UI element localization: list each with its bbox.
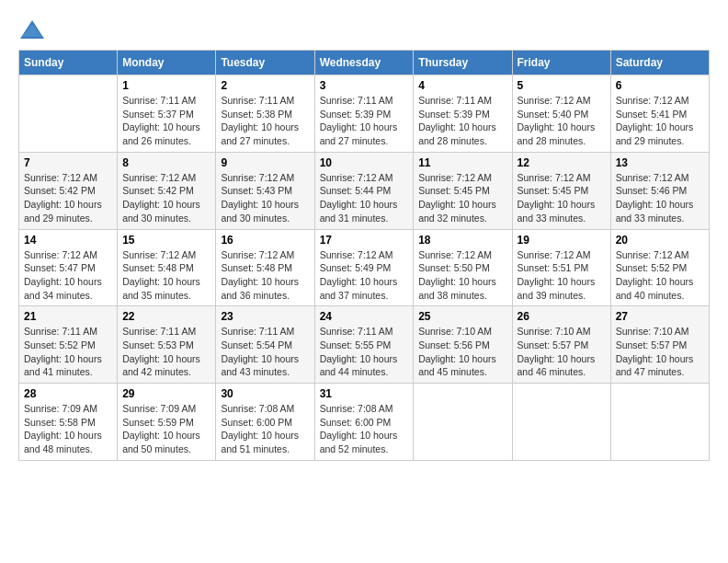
- day-cell: 25Sunrise: 7:10 AMSunset: 5:56 PMDayligh…: [414, 306, 512, 384]
- day-number: 9: [221, 156, 309, 169]
- day-cell: 12Sunrise: 7:12 AMSunset: 5:45 PMDayligh…: [512, 152, 610, 229]
- day-cell: 9Sunrise: 7:12 AMSunset: 5:43 PMDaylight…: [216, 152, 314, 229]
- day-info: Sunrise: 7:12 AMSunset: 5:45 PMDaylight:…: [418, 171, 506, 225]
- day-info: Sunrise: 7:11 AMSunset: 5:37 PMDaylight:…: [122, 94, 210, 148]
- day-cell: 23Sunrise: 7:11 AMSunset: 5:54 PMDayligh…: [216, 306, 314, 384]
- day-number: 22: [122, 310, 210, 323]
- week-row-2: 14Sunrise: 7:12 AMSunset: 5:47 PMDayligh…: [19, 229, 710, 306]
- day-number: 7: [24, 156, 112, 169]
- day-cell: 1Sunrise: 7:11 AMSunset: 5:37 PMDaylight…: [118, 75, 216, 153]
- calendar-body: 1Sunrise: 7:11 AMSunset: 5:37 PMDaylight…: [19, 75, 710, 461]
- day-info: Sunrise: 7:12 AMSunset: 5:45 PMDaylight:…: [518, 171, 606, 225]
- day-info: Sunrise: 7:11 AMSunset: 5:39 PMDaylight:…: [418, 94, 506, 148]
- day-cell: 10Sunrise: 7:12 AMSunset: 5:44 PMDayligh…: [314, 152, 414, 229]
- day-info: Sunrise: 7:12 AMSunset: 5:48 PMDaylight:…: [122, 248, 210, 303]
- day-info: Sunrise: 7:12 AMSunset: 5:42 PMDaylight:…: [122, 171, 210, 225]
- day-cell: 30Sunrise: 7:08 AMSunset: 6:00 PMDayligh…: [216, 384, 314, 461]
- day-number: 19: [518, 234, 606, 247]
- day-info: Sunrise: 7:11 AMSunset: 5:39 PMDaylight:…: [320, 94, 409, 148]
- header-cell-saturday: Saturday: [610, 51, 709, 75]
- day-cell: 16Sunrise: 7:12 AMSunset: 5:48 PMDayligh…: [216, 229, 314, 306]
- day-cell: [414, 384, 512, 461]
- day-cell: 11Sunrise: 7:12 AMSunset: 5:45 PMDayligh…: [414, 152, 512, 229]
- day-info: Sunrise: 7:11 AMSunset: 5:55 PMDaylight:…: [320, 325, 409, 379]
- day-number: 25: [418, 310, 506, 323]
- day-cell: 28Sunrise: 7:09 AMSunset: 5:58 PMDayligh…: [19, 384, 118, 461]
- day-cell: 24Sunrise: 7:11 AMSunset: 5:55 PMDayligh…: [314, 306, 414, 384]
- day-cell: [512, 384, 610, 461]
- day-cell: 21Sunrise: 7:11 AMSunset: 5:52 PMDayligh…: [19, 306, 118, 384]
- day-cell: 27Sunrise: 7:10 AMSunset: 5:57 PMDayligh…: [610, 306, 709, 384]
- day-cell: 20Sunrise: 7:12 AMSunset: 5:52 PMDayligh…: [610, 229, 709, 306]
- day-info: Sunrise: 7:10 AMSunset: 5:57 PMDaylight:…: [518, 325, 606, 379]
- day-number: 16: [221, 234, 309, 247]
- day-info: Sunrise: 7:11 AMSunset: 5:54 PMDaylight:…: [221, 325, 309, 379]
- header-cell-wednesday: Wednesday: [314, 51, 414, 75]
- day-info: Sunrise: 7:12 AMSunset: 5:41 PMDaylight:…: [616, 94, 704, 148]
- header-cell-thursday: Thursday: [414, 51, 512, 75]
- day-cell: 4Sunrise: 7:11 AMSunset: 5:39 PMDaylight…: [414, 75, 512, 153]
- day-info: Sunrise: 7:11 AMSunset: 5:52 PMDaylight:…: [24, 325, 112, 379]
- header-cell-monday: Monday: [118, 51, 216, 75]
- day-info: Sunrise: 7:12 AMSunset: 5:51 PMDaylight:…: [518, 248, 606, 303]
- day-number: 8: [122, 156, 210, 169]
- day-number: 12: [518, 156, 606, 169]
- day-number: 5: [518, 79, 606, 92]
- logo-icon: [18, 18, 46, 40]
- day-cell: [19, 75, 118, 153]
- week-row-3: 21Sunrise: 7:11 AMSunset: 5:52 PMDayligh…: [19, 306, 710, 384]
- day-info: Sunrise: 7:12 AMSunset: 5:42 PMDaylight:…: [24, 171, 112, 225]
- calendar-table: SundayMondayTuesdayWednesdayThursdayFrid…: [18, 50, 710, 461]
- day-info: Sunrise: 7:12 AMSunset: 5:40 PMDaylight:…: [518, 94, 606, 148]
- day-number: 1: [122, 79, 210, 92]
- day-cell: 8Sunrise: 7:12 AMSunset: 5:42 PMDaylight…: [118, 152, 216, 229]
- day-number: 30: [221, 387, 309, 400]
- header-cell-sunday: Sunday: [19, 51, 118, 75]
- day-number: 24: [320, 310, 409, 323]
- day-number: 2: [221, 79, 309, 92]
- day-info: Sunrise: 7:12 AMSunset: 5:50 PMDaylight:…: [418, 248, 506, 303]
- day-cell: 26Sunrise: 7:10 AMSunset: 5:57 PMDayligh…: [512, 306, 610, 384]
- day-number: 27: [616, 310, 704, 323]
- day-cell: 6Sunrise: 7:12 AMSunset: 5:41 PMDaylight…: [610, 75, 709, 153]
- day-number: 28: [24, 387, 112, 400]
- day-cell: 13Sunrise: 7:12 AMSunset: 5:46 PMDayligh…: [610, 152, 709, 229]
- day-info: Sunrise: 7:12 AMSunset: 5:48 PMDaylight:…: [221, 248, 309, 303]
- day-number: 3: [320, 79, 409, 92]
- day-number: 17: [320, 234, 409, 247]
- day-info: Sunrise: 7:11 AMSunset: 5:53 PMDaylight:…: [122, 325, 210, 379]
- day-info: Sunrise: 7:09 AMSunset: 5:59 PMDaylight:…: [122, 402, 210, 456]
- week-row-4: 28Sunrise: 7:09 AMSunset: 5:58 PMDayligh…: [19, 384, 710, 461]
- header-cell-friday: Friday: [512, 51, 610, 75]
- day-cell: 7Sunrise: 7:12 AMSunset: 5:42 PMDaylight…: [19, 152, 118, 229]
- day-number: 13: [616, 156, 704, 169]
- day-number: 4: [418, 79, 506, 92]
- day-info: Sunrise: 7:11 AMSunset: 5:38 PMDaylight:…: [221, 94, 309, 148]
- day-number: 10: [320, 156, 409, 169]
- header-cell-tuesday: Tuesday: [216, 51, 314, 75]
- day-info: Sunrise: 7:09 AMSunset: 5:58 PMDaylight:…: [24, 402, 112, 456]
- day-cell: 19Sunrise: 7:12 AMSunset: 5:51 PMDayligh…: [512, 229, 610, 306]
- day-number: 31: [320, 387, 409, 400]
- calendar-header-row: SundayMondayTuesdayWednesdayThursdayFrid…: [19, 51, 710, 75]
- day-info: Sunrise: 7:10 AMSunset: 5:56 PMDaylight:…: [418, 325, 506, 379]
- day-number: 29: [122, 387, 210, 400]
- logo: [18, 18, 48, 40]
- week-row-0: 1Sunrise: 7:11 AMSunset: 5:37 PMDaylight…: [19, 75, 710, 153]
- day-cell: 3Sunrise: 7:11 AMSunset: 5:39 PMDaylight…: [314, 75, 414, 153]
- day-cell: 31Sunrise: 7:08 AMSunset: 6:00 PMDayligh…: [314, 384, 414, 461]
- day-cell: 18Sunrise: 7:12 AMSunset: 5:50 PMDayligh…: [414, 229, 512, 306]
- day-number: 6: [616, 79, 704, 92]
- day-number: 21: [24, 310, 112, 323]
- day-info: Sunrise: 7:08 AMSunset: 6:00 PMDaylight:…: [221, 402, 309, 456]
- day-info: Sunrise: 7:12 AMSunset: 5:47 PMDaylight:…: [24, 248, 112, 303]
- day-cell: 29Sunrise: 7:09 AMSunset: 5:59 PMDayligh…: [118, 384, 216, 461]
- day-info: Sunrise: 7:12 AMSunset: 5:49 PMDaylight:…: [320, 248, 409, 303]
- day-number: 11: [418, 156, 506, 169]
- day-cell: [610, 384, 709, 461]
- day-number: 26: [518, 310, 606, 323]
- day-cell: 14Sunrise: 7:12 AMSunset: 5:47 PMDayligh…: [19, 229, 118, 306]
- day-number: 18: [418, 234, 506, 247]
- svg-marker-1: [22, 24, 42, 37]
- day-cell: 2Sunrise: 7:11 AMSunset: 5:38 PMDaylight…: [216, 75, 314, 153]
